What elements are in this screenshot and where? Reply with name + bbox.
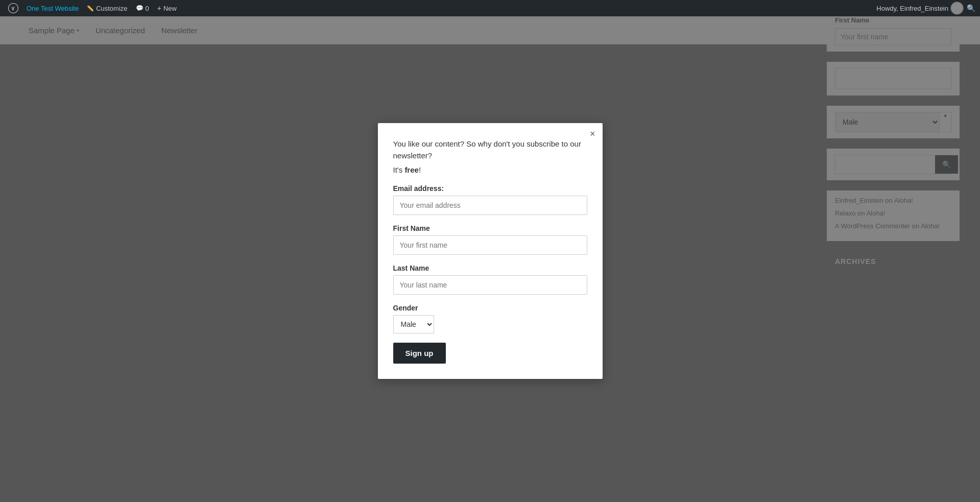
admin-howdy: Howdy, Einfred_Einstein (876, 5, 948, 12)
form-group-last-name: Last Name (393, 264, 587, 295)
admin-wp-logo[interactable] (4, 0, 22, 16)
admin-search-icon[interactable]: 🔍 (966, 3, 976, 13)
gender-select[interactable]: Male Female Other (393, 315, 434, 333)
modal-title: You like our content? So why don't you s… (393, 138, 587, 161)
first-name-label: First Name (393, 224, 587, 232)
subscribe-modal: × You like our content? So why don't you… (378, 123, 603, 379)
modal-subtitle-prefix: It's (393, 165, 405, 174)
admin-comments[interactable]: 💬 0 (132, 0, 153, 16)
email-label: Email address: (393, 184, 587, 193)
modal-subtitle-suffix: ! (419, 165, 421, 174)
gender-label: Gender (393, 304, 587, 312)
first-name-input[interactable] (393, 235, 587, 255)
modal-subtitle-bold: free (404, 165, 419, 174)
modal-close-button[interactable]: × (590, 129, 595, 138)
admin-bar-right: Howdy, Einfred_Einstein 🔍 (876, 2, 976, 15)
modal-overlay[interactable]: × You like our content? So why don't you… (0, 0, 980, 502)
form-group-gender: Gender Male Female Other (393, 304, 587, 333)
admin-avatar (950, 2, 964, 15)
last-name-label: Last Name (393, 264, 587, 272)
signup-button[interactable]: Sign up (393, 343, 446, 364)
admin-bar: One Test Website ✏️ Customize 💬 0 + New … (0, 0, 980, 16)
admin-customize[interactable]: ✏️ Customize (83, 0, 131, 16)
admin-new[interactable]: + New (153, 0, 181, 16)
modal-subtitle: It's free! (393, 165, 587, 174)
last-name-input[interactable] (393, 275, 587, 295)
email-input[interactable] (393, 196, 587, 215)
admin-site-name[interactable]: One Test Website (22, 0, 83, 16)
form-group-email: Email address: (393, 184, 587, 215)
form-group-first-name: First Name (393, 224, 587, 255)
